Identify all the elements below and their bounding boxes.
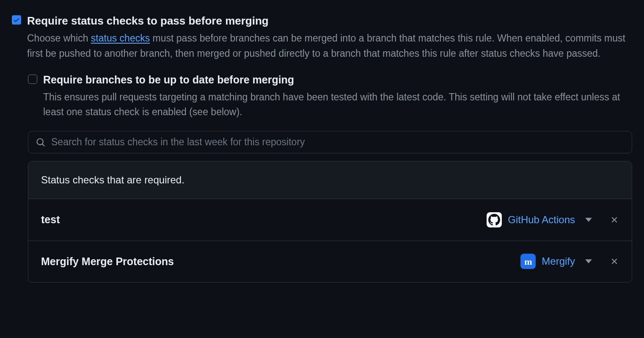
status-check-row: Mergify Merge Protections m Mergify	[28, 241, 632, 283]
chevron-down-icon	[585, 259, 592, 263]
status-check-source: GitHub Actions	[487, 212, 619, 227]
mergify-icon: m	[520, 254, 536, 269]
require-up-to-date-description: This ensures pull requests targeting a m…	[43, 90, 632, 120]
status-checks-search-input[interactable]	[51, 136, 624, 148]
status-check-row: test GitHub Actions	[28, 199, 632, 241]
remove-check-button[interactable]	[610, 215, 619, 224]
check-icon	[13, 17, 20, 23]
source-dropdown-caret[interactable]	[585, 259, 592, 263]
github-actions-icon	[487, 212, 502, 227]
chevron-down-icon	[585, 218, 592, 222]
desc-pre-text: Choose which	[27, 33, 91, 44]
required-checks-panel: Status checks that are required. test Gi…	[28, 161, 632, 283]
status-check-source-label[interactable]: GitHub Actions	[508, 212, 575, 227]
status-checks-search-box[interactable]	[28, 131, 632, 153]
search-icon	[36, 138, 45, 147]
status-checks-link[interactable]: status checks	[91, 33, 150, 44]
source-dropdown-caret[interactable]	[585, 218, 592, 222]
close-icon	[610, 257, 619, 266]
remove-check-button[interactable]	[610, 257, 619, 266]
status-check-name: test	[41, 212, 487, 228]
required-checks-header: Status checks that are required.	[28, 161, 632, 199]
status-check-source-label[interactable]: Mergify	[542, 254, 575, 269]
require-status-checks-checkbox[interactable]	[12, 15, 21, 25]
status-check-name: Mergify Merge Protections	[41, 254, 520, 270]
require-up-to-date-title: Require branches to be up to date before…	[43, 72, 632, 88]
require-status-checks-description: Choose which status checks must pass bef…	[27, 31, 632, 61]
status-check-source: m Mergify	[520, 254, 619, 269]
require-status-checks-title: Require status checks to pass before mer…	[27, 13, 632, 29]
require-up-to-date-checkbox[interactable]	[28, 75, 37, 84]
close-icon	[610, 215, 619, 224]
